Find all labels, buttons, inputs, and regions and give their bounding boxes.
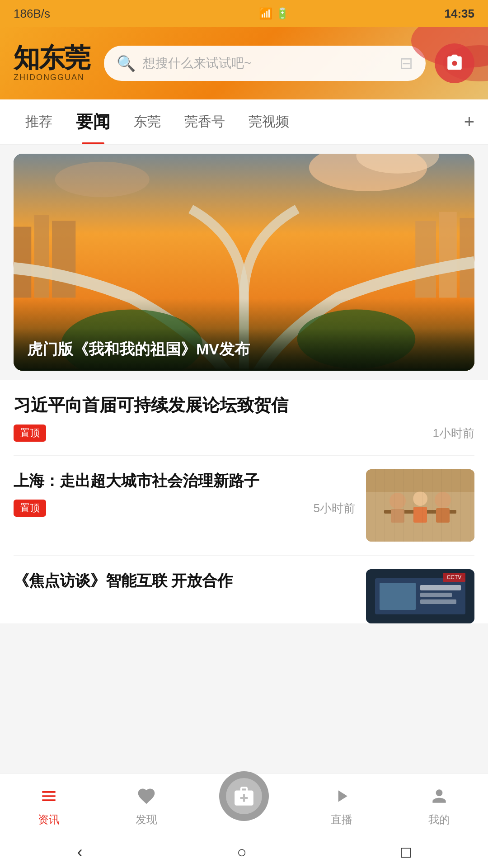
news-thumb-3: CCTV [366,569,474,623]
recent-button[interactable]: □ [401,843,411,862]
nav-item-zhibo[interactable]: 直播 [293,783,390,827]
nav-label-zixun: 资讯 [38,812,60,827]
camera-button[interactable] [435,43,474,83]
news-title-1: 习近平向首届可持续发展论坛致贺信 [14,393,474,417]
bottom-nav: 资讯 发现 直播 [0,773,488,836]
home-button[interactable]: ○ [237,843,247,862]
search-placeholder-text: 想搜什么来试试吧~ [143,55,392,72]
svg-point-17 [413,491,427,506]
nav-label-wode: 我的 [428,812,450,827]
center-button-inner [226,778,262,814]
scan-icon: ⊟ [399,54,413,73]
live-icon [329,783,354,809]
svg-rect-16 [391,509,404,523]
tab-guanshipin[interactable]: 莞视频 [237,99,301,144]
add-tab-button[interactable]: + [464,112,474,132]
status-speed: 186B/s [14,7,104,21]
svg-text:CCTV: CCTV [447,574,462,580]
logo-main: 知东莞 [14,45,89,71]
svg-rect-24 [380,583,416,610]
svg-rect-7 [415,221,436,297]
tab-guanxianghao[interactable]: 莞香号 [173,99,237,144]
svg-point-3 [55,162,150,197]
home-icon [36,783,61,809]
news-side-content-2: 上海：走出超大城市社会治理新路子 置顶 5小时前 [14,469,355,517]
thumb-image-2 [366,469,474,542]
tag-top-1: 置顶 [14,425,46,442]
logo: 知东莞 ZHIDONGGUAN [14,45,95,82]
status-icons: 📶 🔋 [259,7,289,20]
back-button[interactable]: ‹ [77,843,83,862]
tag-top-2: 置顶 [14,500,46,517]
hero-caption: 虎门版《我和我的祖国》MV发布 [14,328,474,371]
logo-sub: ZHIDONGGUAN [14,73,84,82]
svg-rect-26 [420,593,452,597]
app-header: 知东莞 ZHIDONGGUAN 🔍 想搜什么来试试吧~ ⊟ [0,27,488,99]
nav-item-wode[interactable]: 我的 [390,783,488,827]
svg-rect-13 [366,469,474,542]
svg-rect-14 [384,510,456,514]
center-button[interactable] [219,771,269,821]
svg-rect-18 [413,507,427,523]
news-meta-2: 置顶 5小时前 [14,500,355,517]
news-thumb-2 [366,469,474,542]
hero-caption-text: 虎门版《我和我的祖国》MV发布 [27,339,461,360]
svg-rect-8 [439,212,457,298]
nav-label-zhibo: 直播 [331,812,352,827]
tab-dongguan[interactable]: 东莞 [122,99,173,144]
status-time: 14:35 [444,7,474,21]
svg-rect-25 [420,585,461,590]
news-meta-1: 置顶 1小时前 [14,425,474,442]
news-section: 习近平向首届可持续发展论坛致贺信 置顶 1小时前 上海：走出超大城市社会治理新路… [0,380,488,623]
profile-icon [427,783,452,809]
svg-point-19 [435,492,451,508]
news-item-1[interactable]: 习近平向首届可持续发展论坛致贺信 置顶 1小时前 [14,380,474,456]
tab-tuijian[interactable]: 推荐 [14,99,64,144]
search-icon: 🔍 [117,54,136,72]
nav-label-faxian: 发现 [136,812,157,827]
main-content: 虎门版《我和我的祖国》MV发布 习近平向首届可持续发展论坛致贺信 置顶 1小时前… [0,145,488,640]
svg-rect-4 [14,227,31,298]
svg-point-15 [389,493,406,509]
svg-rect-5 [34,215,49,297]
nav-item-zixun[interactable]: 资讯 [0,783,98,827]
tab-yaowén[interactable]: 要闻 [64,99,122,144]
news-item-3[interactable]: 《焦点访谈》智能互联 开放合作 CCTV [14,556,474,623]
system-nav-bar: ‹ ○ □ [0,836,488,868]
news-item-2[interactable]: 上海：走出超大城市社会治理新路子 置顶 5小时前 [14,456,474,556]
news-time-2: 5小时前 [314,500,355,516]
thumb-image-3: CCTV [366,569,474,623]
hero-card[interactable]: 虎门版《我和我的祖国》MV发布 [14,154,474,371]
status-bar: 186B/s 📶 🔋 14:35 [0,0,488,27]
news-time-1: 1小时前 [433,425,474,441]
svg-rect-6 [52,221,75,297]
svg-rect-21 [366,469,474,492]
search-bar[interactable]: 🔍 想搜什么来试试吧~ ⊟ [104,46,426,81]
news-side-content-3: 《焦点访谈》智能互联 开放合作 [14,569,355,592]
nav-item-faxian[interactable]: 发现 [98,783,195,827]
news-title-3: 《焦点访谈》智能互联 开放合作 [14,569,355,592]
discover-icon [134,783,159,809]
svg-rect-20 [436,508,450,523]
svg-rect-27 [420,599,456,604]
news-title-2: 上海：走出超大城市社会治理新路子 [14,469,355,492]
nav-tabs: 推荐 要闻 东莞 莞香号 莞视频 + [0,99,488,145]
nav-item-center[interactable] [195,789,293,821]
